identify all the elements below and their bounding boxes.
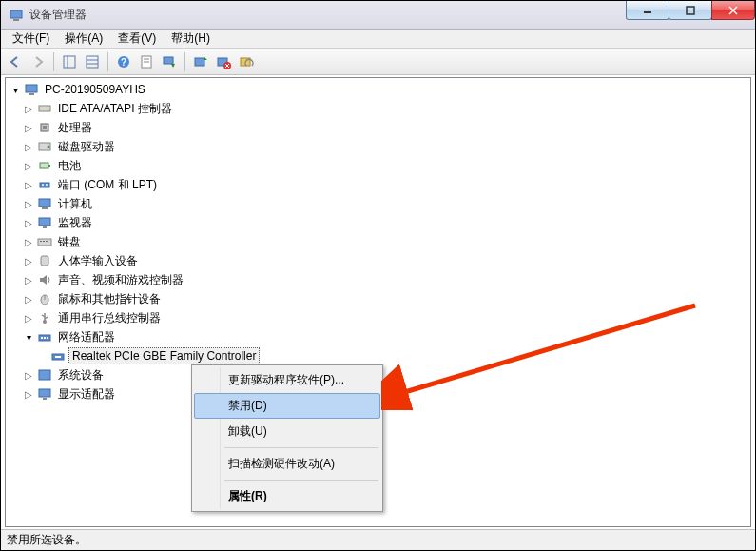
tree-item-network[interactable]: ▾网络适配器 — [6, 327, 750, 346]
view-list-button[interactable] — [82, 51, 103, 72]
expander-icon[interactable]: ▷ — [23, 160, 34, 171]
svg-point-29 — [48, 146, 50, 148]
svg-rect-27 — [43, 126, 47, 129]
titlebar: 设备管理器 — [1, 1, 755, 30]
tree-root[interactable]: ▾ PC-20190509AYHS — [6, 80, 750, 99]
usb-icon — [37, 310, 52, 325]
svg-rect-53 — [55, 356, 61, 358]
expander-icon[interactable]: ▾ — [23, 331, 34, 343]
cpu-icon — [37, 120, 52, 135]
svg-rect-24 — [29, 93, 34, 95]
system-icon — [37, 367, 52, 383]
tree-item-usb[interactable]: ▷通用串行总线控制器 — [6, 308, 750, 327]
context-menu-properties[interactable]: 属性(R) — [194, 483, 380, 509]
disk-icon — [37, 139, 52, 154]
menubar: 文件(F) 操作(A) 查看(V) 帮助(H) — [1, 30, 755, 49]
monitor-icon — [37, 215, 52, 230]
menu-file[interactable]: 文件(F) — [5, 29, 57, 49]
menu-view[interactable]: 查看(V) — [110, 29, 164, 49]
context-menu: 更新驱动程序软件(P)... 禁用(D) 卸载(U) 扫描检测硬件改动(A) 属… — [191, 364, 383, 512]
back-button[interactable] — [5, 51, 26, 72]
hid-icon — [37, 253, 52, 268]
forward-button[interactable] — [28, 51, 48, 72]
svg-rect-25 — [39, 106, 50, 111]
expander-icon[interactable]: ▷ — [23, 217, 34, 228]
expander-icon[interactable]: ▷ — [23, 179, 34, 190]
expander-icon[interactable]: ▷ — [23, 274, 34, 285]
tree-item-label: IDE ATA/ATAPI 控制器 — [55, 100, 175, 118]
tree-item-monitor[interactable]: ▷监视器 — [6, 213, 750, 232]
expander-icon[interactable]: ▷ — [23, 236, 34, 247]
expander-icon[interactable]: ▷ — [23, 369, 34, 381]
svg-rect-0 — [10, 10, 22, 18]
expander-icon[interactable]: ▷ — [23, 198, 34, 209]
minimize-button[interactable] — [626, 1, 669, 20]
menu-action[interactable]: 操作(A) — [57, 29, 110, 49]
close-button[interactable] — [711, 1, 755, 20]
tree-item-label: 监视器 — [55, 214, 95, 232]
tree-item-mouse[interactable]: ▷鼠标和其他指针设备 — [6, 289, 750, 308]
tree-item-label: 磁盘驱动器 — [55, 138, 118, 156]
svg-rect-17 — [195, 58, 204, 66]
tree-item-hid[interactable]: ▷人体学输入设备 — [6, 251, 750, 270]
controller-icon — [37, 101, 52, 116]
tree-item-label: 显示适配器 — [55, 385, 118, 403]
expander-icon[interactable]: ▷ — [23, 141, 34, 152]
tree-item-disk[interactable]: ▷磁盘驱动器 — [6, 137, 750, 156]
device-tree[interactable]: ▾ PC-20190509AYHS ▷IDE ATA/ATAPI 控制器 ▷处理… — [6, 80, 750, 403]
maximize-button[interactable] — [669, 1, 712, 20]
expander-icon[interactable]: ▷ — [23, 388, 34, 400]
svg-rect-38 — [43, 226, 47, 228]
svg-rect-55 — [39, 389, 50, 397]
svg-rect-37 — [39, 218, 50, 226]
help-button[interactable]: ? — [113, 51, 134, 72]
tree-item-label: 人体学输入设备 — [55, 252, 141, 270]
disable-button[interactable] — [236, 51, 257, 72]
show-tree-button[interactable] — [59, 51, 80, 72]
context-menu-scan[interactable]: 扫描检测硬件改动(A) — [194, 451, 380, 477]
port-icon — [37, 177, 52, 192]
svg-rect-3 — [687, 7, 694, 14]
tree-item-processor[interactable]: ▷处理器 — [6, 118, 750, 137]
update-driver-button[interactable] — [190, 51, 211, 72]
expander-icon[interactable]: ▾ — [10, 84, 21, 95]
tree-item-ports[interactable]: ▷端口 (COM 和 LPT) — [6, 175, 750, 194]
context-menu-uninstall[interactable]: 卸载(U) — [194, 419, 380, 444]
display-icon — [37, 386, 52, 402]
tree-root-label: PC-20190509AYHS — [42, 82, 148, 97]
svg-rect-39 — [38, 239, 51, 246]
expander-icon[interactable]: ▷ — [23, 103, 34, 114]
svg-rect-43 — [41, 256, 48, 266]
tree-item-ide[interactable]: ▷IDE ATA/ATAPI 控制器 — [6, 99, 750, 118]
context-menu-disable[interactable]: 禁用(D) — [194, 393, 380, 419]
context-menu-update-driver[interactable]: 更新驱动程序软件(P)... — [194, 367, 380, 393]
svg-point-34 — [46, 184, 48, 186]
expander-icon[interactable]: ▷ — [23, 312, 34, 324]
expander-icon[interactable]: ▷ — [23, 293, 34, 305]
properties-button[interactable] — [136, 51, 157, 72]
tree-item-label: 键盘 — [55, 233, 84, 251]
expander-icon[interactable]: ▷ — [23, 122, 34, 133]
svg-rect-40 — [40, 241, 42, 242]
svg-rect-56 — [43, 398, 47, 400]
svg-rect-31 — [48, 165, 50, 167]
svg-rect-30 — [40, 163, 48, 168]
tree-item-label: 声音、视频和游戏控制器 — [55, 271, 186, 289]
tree-item-realtek-nic[interactable]: Realtek PCIe GBE Family Controller — [6, 346, 750, 365]
tree-item-battery[interactable]: ▷电池 — [6, 156, 750, 175]
tree-item-sound[interactable]: ▷声音、视频和游戏控制器 — [6, 270, 750, 289]
menu-help[interactable]: 帮助(H) — [164, 29, 218, 49]
svg-rect-42 — [46, 241, 48, 242]
statusbar: 禁用所选设备。 — [1, 529, 755, 550]
svg-rect-8 — [87, 56, 98, 68]
tree-item-computer[interactable]: ▷计算机 — [6, 194, 750, 213]
app-icon — [9, 8, 24, 23]
uninstall-button[interactable] — [213, 51, 234, 72]
tree-item-keyboard[interactable]: ▷键盘 — [6, 232, 750, 251]
tree-item-label: 端口 (COM 和 LPT) — [55, 176, 160, 194]
refresh-button[interactable] — [159, 51, 180, 72]
expander-icon[interactable]: ▷ — [23, 255, 34, 266]
svg-rect-36 — [42, 207, 48, 209]
toolbar: ? — [1, 49, 755, 75]
network-adapter-icon — [50, 348, 66, 364]
